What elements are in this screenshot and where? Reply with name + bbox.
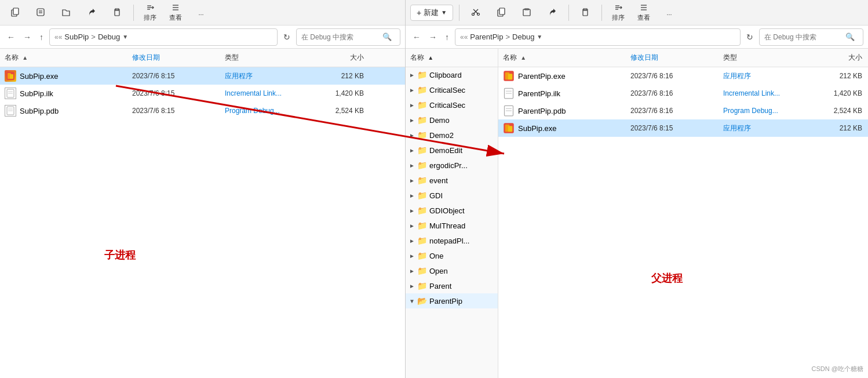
up-button[interactable]: ↑ <box>443 30 451 44</box>
col-size[interactable]: 大小 <box>816 53 862 63</box>
svg-rect-38 <box>508 74 513 79</box>
table-row[interactable]: ParentPip.exe 2023/7/6 8:16 应用程序 212 KB <box>498 67 868 85</box>
more-button[interactable]: ... <box>191 7 211 19</box>
refresh-button[interactable]: ↻ <box>281 30 293 44</box>
refresh-button[interactable]: ↻ <box>744 30 756 44</box>
nav-item-event[interactable]: ► 📁 event <box>406 173 498 188</box>
nav-item-demoedit[interactable]: ► 📁 DemoEdit <box>406 143 498 158</box>
col-date[interactable]: 修改日期 <box>630 53 723 63</box>
file-date: 2023/7/6 8:16 <box>630 107 723 115</box>
exe-icon <box>503 122 515 134</box>
file-name: ParentPip.exe <box>518 72 630 81</box>
address-path[interactable]: «« SubPip > Debug ▼ <box>49 28 278 46</box>
copy-button[interactable] <box>491 5 512 20</box>
folder-open-icon: 📂 <box>417 296 427 306</box>
nav-item-criticalsec1[interactable]: ► 📁 CriticalSec <box>406 82 498 97</box>
properties-button[interactable] <box>30 5 51 20</box>
cut-button[interactable] <box>465 5 486 20</box>
search-box[interactable]: 🔍 <box>759 28 863 46</box>
file-date: 2023/7/6 8:15 <box>132 107 225 115</box>
search-box[interactable]: 🔍 <box>296 28 400 46</box>
pdb-icon <box>5 105 16 117</box>
file-date: 2023/7/6 8:15 <box>630 124 723 132</box>
table-row[interactable]: SubPip.pdb 2023/7/6 8:15 Program Debug..… <box>0 102 405 119</box>
view-button[interactable]: 查看 <box>165 1 186 24</box>
open-button[interactable] <box>56 5 76 20</box>
chevron-icon: ► <box>409 177 417 184</box>
view-button[interactable]: 查看 <box>633 1 654 24</box>
col-type[interactable]: 类型 <box>723 53 816 63</box>
path-chevron[interactable]: ▼ <box>537 34 542 40</box>
sort-arrow: ▲ <box>428 54 433 61</box>
chevron-icon: ► <box>409 132 417 139</box>
up-button[interactable]: ↑ <box>37 30 46 44</box>
search-input[interactable] <box>764 33 845 41</box>
col-size[interactable]: 大小 <box>318 53 364 63</box>
right-toolbar: + 新建 ▼ 排序 查看 ... <box>406 0 868 26</box>
col-name[interactable]: 名称 ▲ <box>5 53 132 63</box>
nav-item-criticalsec2[interactable]: ► 📁 CriticalSec <box>406 97 498 112</box>
breadcrumb-parentpip[interactable]: ParentPip <box>470 32 503 41</box>
nav-item-ergodicpr[interactable]: ► 📁 ergodicPr... <box>406 158 498 173</box>
nav-item-gdiobject[interactable]: ► 📁 GDIObject <box>406 203 498 218</box>
nav-item-one[interactable]: ► 📁 One <box>406 248 498 263</box>
file-date: 2023/7/6 8:15 <box>132 72 225 80</box>
file-name: ParentPip.pdb <box>518 107 630 115</box>
table-row[interactable]: SubPip.exe 2023/7/6 8:15 应用程序 212 KB <box>498 119 868 137</box>
address-path[interactable]: «« ParentPip > Debug ▼ <box>455 28 741 46</box>
chevron-icon: ► <box>409 283 417 289</box>
new-button[interactable]: + 新建 ▼ <box>410 5 453 21</box>
nav-item-parentpip[interactable]: ▼ 📂 ParentPip <box>406 293 498 308</box>
table-row[interactable]: SubPip.ilk 2023/7/6 8:15 Incremental Lin… <box>0 85 405 102</box>
nav-item-demo[interactable]: ► 📁 Demo <box>406 112 498 128</box>
separator: > <box>91 32 96 41</box>
delete-button[interactable] <box>107 5 127 20</box>
file-date: 2023/7/6 8:15 <box>132 89 225 97</box>
copy-path-button[interactable] <box>5 5 25 20</box>
more-label: ... <box>667 9 672 16</box>
breadcrumb-debug[interactable]: Debug <box>512 32 534 41</box>
nav-item-multhread[interactable]: ► 📁 MulThread <box>406 218 498 233</box>
svg-point-24 <box>477 13 480 15</box>
more-button[interactable]: ... <box>659 7 680 19</box>
ilk-icon <box>5 88 16 99</box>
back-button[interactable]: ← <box>5 30 17 44</box>
col-name[interactable]: 名称 ▲ <box>503 53 630 63</box>
paste-button[interactable] <box>516 5 537 20</box>
chevron-icon: ► <box>409 192 417 199</box>
nav-item-notepadpl[interactable]: ► 📁 notepadPl... <box>406 233 498 248</box>
folder-icon: 📁 <box>417 161 427 170</box>
nav-item-gdi[interactable]: ► 📁 GDI <box>406 188 498 203</box>
col-date[interactable]: 修改日期 <box>132 53 225 63</box>
svg-rect-1 <box>13 8 19 14</box>
forward-button[interactable]: → <box>21 30 34 44</box>
nav-item-open[interactable]: ► 📁 Open <box>406 263 498 278</box>
col-type[interactable]: 类型 <box>225 53 318 63</box>
chevron-icon: ► <box>409 147 417 154</box>
file-type: Incremental Link... <box>723 89 816 97</box>
sort-button[interactable]: 排序 <box>608 1 629 24</box>
breadcrumb-debug[interactable]: Debug <box>98 32 120 41</box>
table-row[interactable]: SubPip.exe 2023/7/6 8:15 应用程序 212 KB <box>0 67 405 85</box>
nav-item-parent[interactable]: ► 📁 Parent <box>406 278 498 293</box>
view-label: 查看 <box>637 13 650 22</box>
share-button[interactable] <box>542 5 563 20</box>
nav-item-demo2[interactable]: ► 📁 Demo2 <box>406 128 498 143</box>
back-button[interactable]: ← <box>410 30 423 44</box>
forward-button[interactable]: → <box>426 30 439 44</box>
file-size: 212 KB <box>816 72 862 80</box>
sort-arrow: ▲ <box>520 54 526 61</box>
breadcrumb-subpip[interactable]: SubPip <box>64 32 89 41</box>
table-row[interactable]: ParentPip.pdb 2023/7/6 8:16 Program Debu… <box>498 102 868 119</box>
nav-item-clipboard[interactable]: ► 📁 Clipboard <box>406 67 498 82</box>
pdb-icon <box>503 105 515 117</box>
delete-button[interactable] <box>575 5 596 20</box>
search-input[interactable] <box>301 33 382 41</box>
sort-button[interactable]: 排序 <box>140 1 161 24</box>
chevron-icon: ► <box>409 117 417 123</box>
file-size: 212 KB <box>318 72 364 80</box>
exe-icon <box>5 70 16 82</box>
share-button[interactable] <box>81 5 102 20</box>
path-chevron[interactable]: ▼ <box>122 34 128 40</box>
table-row[interactable]: ParentPip.ilk 2023/7/6 8:16 Incremental … <box>498 85 868 102</box>
